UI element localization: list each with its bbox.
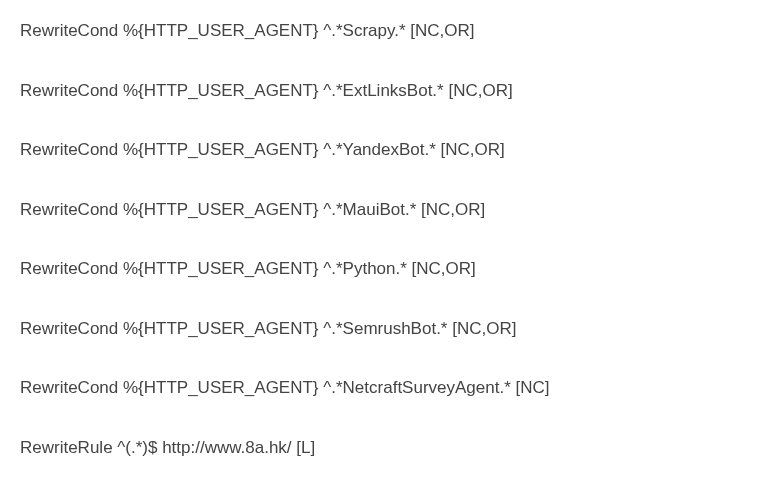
config-line: RewriteCond %{HTTP_USER_AGENT} ^.*Semrus… — [20, 316, 743, 342]
config-line: RewriteCond %{HTTP_USER_AGENT} ^.*ExtLin… — [20, 78, 743, 104]
config-line: RewriteCond %{HTTP_USER_AGENT} ^.*Yandex… — [20, 137, 743, 163]
config-line: RewriteCond %{HTTP_USER_AGENT} ^.*Python… — [20, 256, 743, 282]
config-line: RewriteCond %{HTTP_USER_AGENT} ^.*Scrapy… — [20, 18, 743, 44]
config-line: RewriteCond %{HTTP_USER_AGENT} ^.*Netcra… — [20, 375, 743, 401]
config-line: RewriteCond %{HTTP_USER_AGENT} ^.*MauiBo… — [20, 197, 743, 223]
config-line: RewriteRule ^(.*)$ http://www.8a.hk/ [L] — [20, 435, 743, 461]
